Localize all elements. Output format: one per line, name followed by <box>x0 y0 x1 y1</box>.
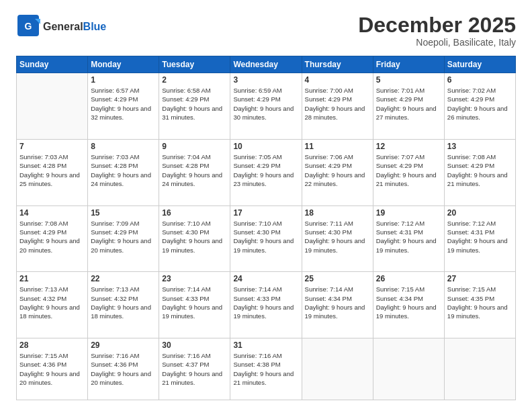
day-info: Sunrise: 7:15 AM Sunset: 4:34 PM Dayligh… <box>376 285 441 320</box>
day-info: Sunrise: 7:06 AM Sunset: 4:29 PM Dayligh… <box>305 152 370 188</box>
day-info: Sunrise: 7:10 AM Sunset: 4:30 PM Dayligh… <box>162 219 227 255</box>
col-sunday: Sunday <box>17 56 88 73</box>
day-number: 8 <box>91 142 156 151</box>
col-wednesday: Wednesday <box>230 56 302 73</box>
day-info: Sunrise: 7:14 AM Sunset: 4:34 PM Dayligh… <box>305 285 370 320</box>
calendar-cell: 31Sunrise: 7:16 AM Sunset: 4:38 PM Dayli… <box>230 338 302 400</box>
day-number: 30 <box>162 340 227 350</box>
day-info: Sunrise: 7:03 AM Sunset: 4:28 PM Dayligh… <box>19 152 85 188</box>
day-info: Sunrise: 7:02 AM Sunset: 4:29 PM Dayligh… <box>447 86 513 122</box>
calendar-cell <box>17 73 88 140</box>
calendar-cell: 11Sunrise: 7:06 AM Sunset: 4:29 PM Dayli… <box>302 139 373 205</box>
day-info: Sunrise: 7:09 AM Sunset: 4:29 PM Dayligh… <box>91 219 156 255</box>
day-number: 20 <box>447 208 513 218</box>
day-number: 26 <box>376 274 441 283</box>
day-number: 16 <box>162 208 227 218</box>
logo-icon: G <box>16 13 40 40</box>
calendar-cell: 23Sunrise: 7:14 AM Sunset: 4:33 PM Dayli… <box>159 272 230 338</box>
calendar-cell: 28Sunrise: 7:15 AM Sunset: 4:36 PM Dayli… <box>17 338 88 400</box>
day-number: 12 <box>376 142 441 151</box>
calendar-cell: 17Sunrise: 7:10 AM Sunset: 4:30 PM Dayli… <box>230 205 302 272</box>
col-saturday: Saturday <box>444 56 515 73</box>
day-number: 11 <box>305 142 370 151</box>
day-info: Sunrise: 7:08 AM Sunset: 4:29 PM Dayligh… <box>447 152 513 188</box>
day-number: 3 <box>233 75 298 85</box>
week-row-5: 28Sunrise: 7:15 AM Sunset: 4:36 PM Dayli… <box>17 338 516 400</box>
calendar-cell: 14Sunrise: 7:08 AM Sunset: 4:29 PM Dayli… <box>17 205 88 272</box>
day-info: Sunrise: 7:04 AM Sunset: 4:28 PM Dayligh… <box>162 152 227 188</box>
calendar-cell: 26Sunrise: 7:15 AM Sunset: 4:34 PM Dayli… <box>373 272 444 338</box>
logo: G GeneralBlue <box>16 13 106 40</box>
day-info: Sunrise: 7:15 AM Sunset: 4:35 PM Dayligh… <box>447 285 513 320</box>
day-info: Sunrise: 7:03 AM Sunset: 4:28 PM Dayligh… <box>91 152 156 188</box>
week-row-2: 7Sunrise: 7:03 AM Sunset: 4:28 PM Daylig… <box>17 139 516 205</box>
calendar-cell: 22Sunrise: 7:13 AM Sunset: 4:32 PM Dayli… <box>88 272 159 338</box>
day-number: 21 <box>19 274 85 283</box>
calendar-cell: 20Sunrise: 7:12 AM Sunset: 4:31 PM Dayli… <box>444 205 515 272</box>
day-info: Sunrise: 7:12 AM Sunset: 4:31 PM Dayligh… <box>447 219 513 255</box>
day-info: Sunrise: 7:11 AM Sunset: 4:30 PM Dayligh… <box>305 219 370 255</box>
day-number: 7 <box>19 142 85 151</box>
location: Noepoli, Basilicate, Italy <box>358 37 516 48</box>
day-info: Sunrise: 7:15 AM Sunset: 4:36 PM Dayligh… <box>19 351 85 387</box>
day-info: Sunrise: 7:14 AM Sunset: 4:33 PM Dayligh… <box>162 285 227 320</box>
calendar-cell: 9Sunrise: 7:04 AM Sunset: 4:28 PM Daylig… <box>159 139 230 205</box>
day-number: 27 <box>447 274 513 283</box>
calendar-cell <box>444 338 515 400</box>
day-number: 6 <box>447 75 513 85</box>
calendar-cell <box>373 338 444 400</box>
calendar-cell: 5Sunrise: 7:01 AM Sunset: 4:29 PM Daylig… <box>373 73 444 140</box>
calendar-cell: 18Sunrise: 7:11 AM Sunset: 4:30 PM Dayli… <box>302 205 373 272</box>
day-info: Sunrise: 7:16 AM Sunset: 4:38 PM Dayligh… <box>233 351 298 387</box>
day-info: Sunrise: 7:10 AM Sunset: 4:30 PM Dayligh… <box>233 219 298 255</box>
month-title: December 2025 <box>358 13 516 37</box>
day-info: Sunrise: 6:58 AM Sunset: 4:29 PM Dayligh… <box>162 86 227 122</box>
calendar-cell: 15Sunrise: 7:09 AM Sunset: 4:29 PM Dayli… <box>88 205 159 272</box>
calendar-cell: 29Sunrise: 7:16 AM Sunset: 4:36 PM Dayli… <box>88 338 159 400</box>
calendar-cell: 10Sunrise: 7:05 AM Sunset: 4:29 PM Dayli… <box>230 139 302 205</box>
calendar-cell: 16Sunrise: 7:10 AM Sunset: 4:30 PM Dayli… <box>159 205 230 272</box>
day-info: Sunrise: 7:05 AM Sunset: 4:29 PM Dayligh… <box>233 152 298 188</box>
logo-text: GeneralBlue <box>43 21 106 33</box>
calendar-cell: 19Sunrise: 7:12 AM Sunset: 4:31 PM Dayli… <box>373 205 444 272</box>
calendar-cell: 7Sunrise: 7:03 AM Sunset: 4:28 PM Daylig… <box>17 139 88 205</box>
calendar-cell: 30Sunrise: 7:16 AM Sunset: 4:37 PM Dayli… <box>159 338 230 400</box>
day-number: 24 <box>233 274 298 283</box>
calendar-cell: 25Sunrise: 7:14 AM Sunset: 4:34 PM Dayli… <box>302 272 373 338</box>
calendar-cell: 24Sunrise: 7:14 AM Sunset: 4:33 PM Dayli… <box>230 272 302 338</box>
day-number: 17 <box>233 208 298 218</box>
day-number: 19 <box>376 208 441 218</box>
calendar-cell: 2Sunrise: 6:58 AM Sunset: 4:29 PM Daylig… <box>159 73 230 140</box>
day-number: 23 <box>162 274 227 283</box>
week-row-1: 1Sunrise: 6:57 AM Sunset: 4:29 PM Daylig… <box>17 73 516 140</box>
calendar-cell: 12Sunrise: 7:07 AM Sunset: 4:29 PM Dayli… <box>373 139 444 205</box>
day-info: Sunrise: 7:08 AM Sunset: 4:29 PM Dayligh… <box>19 219 85 255</box>
page: G GeneralBlue December 2025 Noepoli, Bas… <box>0 0 532 411</box>
day-number: 18 <box>305 208 370 218</box>
day-info: Sunrise: 7:14 AM Sunset: 4:33 PM Dayligh… <box>233 285 298 320</box>
col-monday: Monday <box>88 56 159 73</box>
day-number: 13 <box>447 142 513 151</box>
day-info: Sunrise: 7:07 AM Sunset: 4:29 PM Dayligh… <box>376 152 441 188</box>
day-number: 28 <box>19 340 85 350</box>
svg-text:G: G <box>25 21 32 32</box>
col-friday: Friday <box>373 56 444 73</box>
day-info: Sunrise: 7:13 AM Sunset: 4:32 PM Dayligh… <box>91 285 156 320</box>
day-number: 9 <box>162 142 227 151</box>
day-number: 1 <box>91 75 156 85</box>
calendar-cell: 1Sunrise: 6:57 AM Sunset: 4:29 PM Daylig… <box>88 73 159 140</box>
header-row: Sunday Monday Tuesday Wednesday Thursday… <box>17 56 516 73</box>
day-number: 5 <box>376 75 441 85</box>
day-info: Sunrise: 7:16 AM Sunset: 4:37 PM Dayligh… <box>162 351 227 387</box>
calendar-cell: 13Sunrise: 7:08 AM Sunset: 4:29 PM Dayli… <box>444 139 515 205</box>
day-number: 22 <box>91 274 156 283</box>
day-info: Sunrise: 6:57 AM Sunset: 4:29 PM Dayligh… <box>91 86 156 122</box>
day-number: 25 <box>305 274 370 283</box>
day-number: 29 <box>91 340 156 350</box>
day-number: 31 <box>233 340 298 350</box>
col-thursday: Thursday <box>302 56 373 73</box>
header: G GeneralBlue December 2025 Noepoli, Bas… <box>16 13 516 48</box>
calendar-cell: 21Sunrise: 7:13 AM Sunset: 4:32 PM Dayli… <box>17 272 88 338</box>
week-row-3: 14Sunrise: 7:08 AM Sunset: 4:29 PM Dayli… <box>17 205 516 272</box>
day-info: Sunrise: 6:59 AM Sunset: 4:29 PM Dayligh… <box>233 86 298 122</box>
